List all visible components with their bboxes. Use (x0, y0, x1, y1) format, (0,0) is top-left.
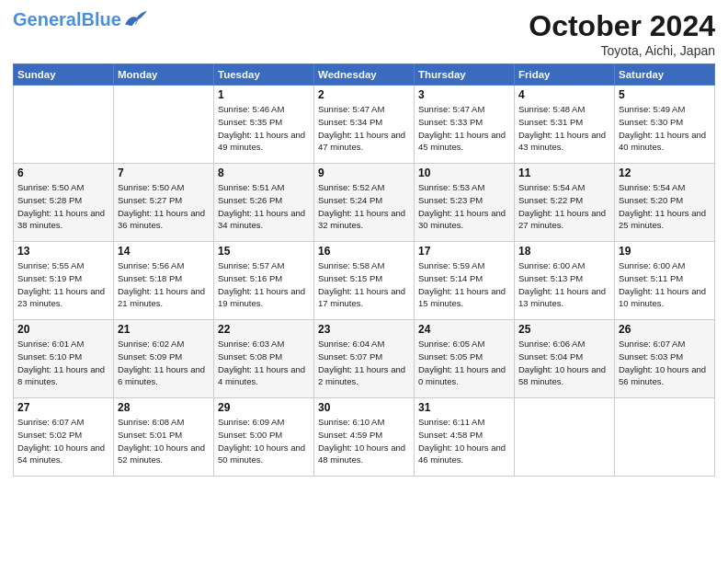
calendar-cell: 1Sunrise: 5:46 AM Sunset: 5:35 PM Daylig… (214, 86, 314, 164)
calendar-cell (14, 86, 114, 164)
day-info: Sunrise: 5:53 AM Sunset: 5:23 PM Dayligh… (418, 181, 510, 232)
title-block: October 2024 Toyota, Aichi, Japan (529, 9, 715, 58)
day-number: 10 (418, 167, 510, 179)
day-info: Sunrise: 6:06 AM Sunset: 5:04 PM Dayligh… (518, 338, 610, 388)
day-info: Sunrise: 5:51 AM Sunset: 5:26 PM Dayligh… (218, 181, 310, 232)
calendar-cell: 15Sunrise: 5:57 AM Sunset: 5:16 PM Dayli… (214, 242, 314, 320)
calendar-header-row: SundayMondayTuesdayWednesdayThursdayFrid… (14, 64, 715, 86)
day-info: Sunrise: 6:11 AM Sunset: 4:58 PM Dayligh… (418, 416, 510, 466)
day-info: Sunrise: 5:50 AM Sunset: 5:27 PM Dayligh… (118, 181, 210, 232)
day-number: 27 (17, 401, 109, 414)
logo-general: General (13, 9, 81, 29)
logo-text: GeneralBlue (13, 10, 121, 29)
day-info: Sunrise: 5:48 AM Sunset: 5:31 PM Dayligh… (518, 103, 610, 154)
calendar-week-1: 1Sunrise: 5:46 AM Sunset: 5:35 PM Daylig… (14, 86, 715, 164)
col-header-sunday: Sunday (14, 64, 114, 86)
day-info: Sunrise: 5:47 AM Sunset: 5:33 PM Dayligh… (418, 103, 510, 154)
col-header-monday: Monday (114, 64, 214, 86)
calendar-cell: 22Sunrise: 6:03 AM Sunset: 5:08 PM Dayli… (214, 320, 314, 398)
calendar-cell: 23Sunrise: 6:04 AM Sunset: 5:07 PM Dayli… (314, 320, 415, 398)
day-number: 9 (318, 167, 410, 179)
calendar-cell: 6Sunrise: 5:50 AM Sunset: 5:28 PM Daylig… (14, 164, 114, 242)
location: Toyota, Aichi, Japan (529, 43, 715, 58)
calendar-table: SundayMondayTuesdayWednesdayThursdayFrid… (13, 63, 715, 477)
calendar-week-3: 13Sunrise: 5:55 AM Sunset: 5:19 PM Dayli… (14, 242, 715, 320)
logo-bird-icon (123, 9, 149, 29)
day-number: 16 (318, 245, 410, 258)
calendar-cell: 30Sunrise: 6:10 AM Sunset: 4:59 PM Dayli… (314, 398, 415, 477)
day-number: 24 (418, 323, 510, 336)
calendar-cell: 21Sunrise: 6:02 AM Sunset: 5:09 PM Dayli… (114, 320, 214, 398)
day-number: 1 (218, 88, 310, 101)
col-header-saturday: Saturday (615, 64, 715, 86)
calendar-cell (615, 398, 715, 477)
day-number: 4 (518, 88, 610, 101)
calendar-cell: 4Sunrise: 5:48 AM Sunset: 5:31 PM Daylig… (515, 86, 615, 164)
calendar-cell: 11Sunrise: 5:54 AM Sunset: 5:22 PM Dayli… (515, 164, 615, 242)
day-number: 22 (218, 323, 310, 336)
calendar-cell: 31Sunrise: 6:11 AM Sunset: 4:58 PM Dayli… (415, 398, 515, 477)
day-info: Sunrise: 5:46 AM Sunset: 5:35 PM Dayligh… (218, 103, 310, 154)
calendar-cell: 19Sunrise: 6:00 AM Sunset: 5:11 PM Dayli… (615, 242, 715, 320)
day-info: Sunrise: 5:54 AM Sunset: 5:22 PM Dayligh… (518, 181, 610, 232)
day-info: Sunrise: 6:10 AM Sunset: 4:59 PM Dayligh… (318, 416, 410, 466)
calendar-cell: 18Sunrise: 6:00 AM Sunset: 5:13 PM Dayli… (515, 242, 615, 320)
day-number: 19 (619, 245, 711, 258)
day-number: 11 (518, 167, 610, 179)
calendar-cell: 14Sunrise: 5:56 AM Sunset: 5:18 PM Dayli… (114, 242, 214, 320)
page: GeneralBlue October 2024 Toyota, Aichi, … (0, 0, 728, 563)
calendar-week-5: 27Sunrise: 6:07 AM Sunset: 5:02 PM Dayli… (14, 398, 715, 477)
calendar-cell: 20Sunrise: 6:01 AM Sunset: 5:10 PM Dayli… (14, 320, 114, 398)
calendar-cell: 12Sunrise: 5:54 AM Sunset: 5:20 PM Dayli… (615, 164, 715, 242)
day-info: Sunrise: 5:49 AM Sunset: 5:30 PM Dayligh… (619, 103, 711, 154)
day-number: 20 (17, 323, 109, 336)
day-info: Sunrise: 6:07 AM Sunset: 5:03 PM Dayligh… (619, 338, 711, 388)
col-header-friday: Friday (515, 64, 615, 86)
col-header-wednesday: Wednesday (314, 64, 415, 86)
calendar-cell: 26Sunrise: 6:07 AM Sunset: 5:03 PM Dayli… (615, 320, 715, 398)
calendar-cell: 25Sunrise: 6:06 AM Sunset: 5:04 PM Dayli… (515, 320, 615, 398)
day-info: Sunrise: 5:57 AM Sunset: 5:16 PM Dayligh… (218, 259, 310, 310)
month-title: October 2024 (529, 9, 715, 43)
day-number: 12 (619, 167, 711, 179)
col-header-thursday: Thursday (415, 64, 515, 86)
day-number: 29 (218, 401, 310, 414)
day-info: Sunrise: 6:01 AM Sunset: 5:10 PM Dayligh… (17, 338, 109, 388)
day-number: 31 (418, 401, 510, 414)
header: GeneralBlue October 2024 Toyota, Aichi, … (13, 9, 715, 58)
calendar-cell: 2Sunrise: 5:47 AM Sunset: 5:34 PM Daylig… (314, 86, 415, 164)
day-number: 14 (118, 245, 210, 258)
day-info: Sunrise: 5:52 AM Sunset: 5:24 PM Dayligh… (318, 181, 410, 232)
day-info: Sunrise: 6:05 AM Sunset: 5:05 PM Dayligh… (418, 338, 510, 388)
calendar-cell: 24Sunrise: 6:05 AM Sunset: 5:05 PM Dayli… (415, 320, 515, 398)
day-info: Sunrise: 6:00 AM Sunset: 5:13 PM Dayligh… (518, 259, 610, 310)
day-info: Sunrise: 6:07 AM Sunset: 5:02 PM Dayligh… (17, 416, 109, 466)
day-info: Sunrise: 6:03 AM Sunset: 5:08 PM Dayligh… (218, 338, 310, 388)
day-number: 3 (418, 88, 510, 101)
col-header-tuesday: Tuesday (214, 64, 314, 86)
calendar-cell: 13Sunrise: 5:55 AM Sunset: 5:19 PM Dayli… (14, 242, 114, 320)
day-number: 17 (418, 245, 510, 258)
calendar-cell: 9Sunrise: 5:52 AM Sunset: 5:24 PM Daylig… (314, 164, 415, 242)
day-number: 25 (518, 323, 610, 336)
day-number: 7 (118, 167, 210, 179)
day-number: 15 (218, 245, 310, 258)
day-info: Sunrise: 5:54 AM Sunset: 5:20 PM Dayligh… (619, 181, 711, 232)
calendar-cell (114, 86, 214, 164)
day-info: Sunrise: 6:04 AM Sunset: 5:07 PM Dayligh… (318, 338, 410, 388)
day-number: 26 (619, 323, 711, 336)
calendar-cell: 3Sunrise: 5:47 AM Sunset: 5:33 PM Daylig… (415, 86, 515, 164)
day-info: Sunrise: 5:47 AM Sunset: 5:34 PM Dayligh… (318, 103, 410, 154)
day-number: 13 (17, 245, 109, 258)
day-info: Sunrise: 6:08 AM Sunset: 5:01 PM Dayligh… (118, 416, 210, 466)
day-number: 30 (318, 401, 410, 414)
day-info: Sunrise: 6:02 AM Sunset: 5:09 PM Dayligh… (118, 338, 210, 388)
calendar-cell: 16Sunrise: 5:58 AM Sunset: 5:15 PM Dayli… (314, 242, 415, 320)
calendar-cell: 28Sunrise: 6:08 AM Sunset: 5:01 PM Dayli… (114, 398, 214, 477)
calendar-week-4: 20Sunrise: 6:01 AM Sunset: 5:10 PM Dayli… (14, 320, 715, 398)
day-number: 28 (118, 401, 210, 414)
calendar-cell: 10Sunrise: 5:53 AM Sunset: 5:23 PM Dayli… (415, 164, 515, 242)
calendar-cell: 7Sunrise: 5:50 AM Sunset: 5:27 PM Daylig… (114, 164, 214, 242)
calendar-week-2: 6Sunrise: 5:50 AM Sunset: 5:28 PM Daylig… (14, 164, 715, 242)
calendar-cell: 27Sunrise: 6:07 AM Sunset: 5:02 PM Dayli… (14, 398, 114, 477)
